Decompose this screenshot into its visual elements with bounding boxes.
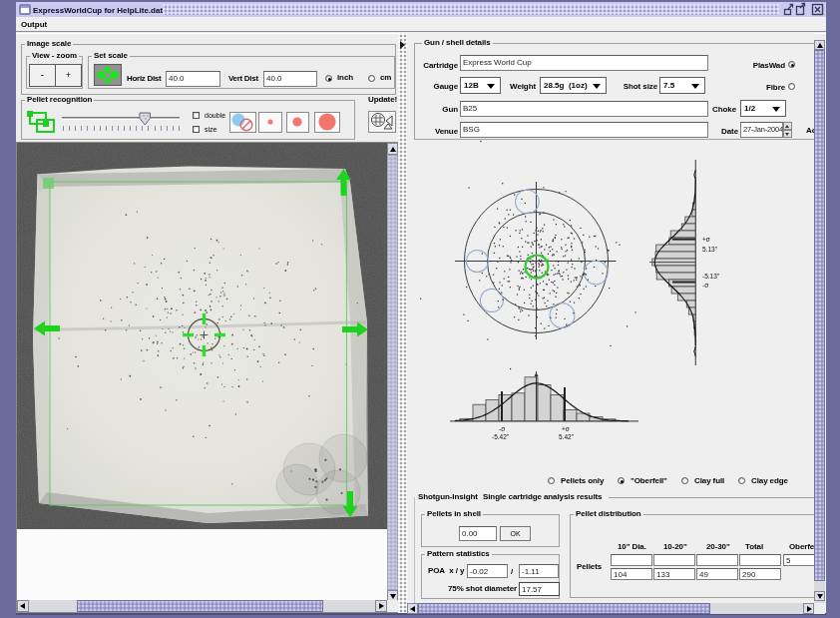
svg-text:-5.13": -5.13" [702, 273, 720, 280]
svg-text:-σ: -σ [499, 425, 505, 432]
svg-text:5.13": 5.13" [702, 246, 718, 253]
svg-text:5.42": 5.42" [559, 433, 575, 440]
svg-text:-σ: -σ [702, 282, 708, 289]
svg-text:-5.42": -5.42" [492, 433, 510, 440]
svg-text:+σ: +σ [702, 236, 710, 243]
svg-text:+σ: +σ [562, 425, 570, 432]
